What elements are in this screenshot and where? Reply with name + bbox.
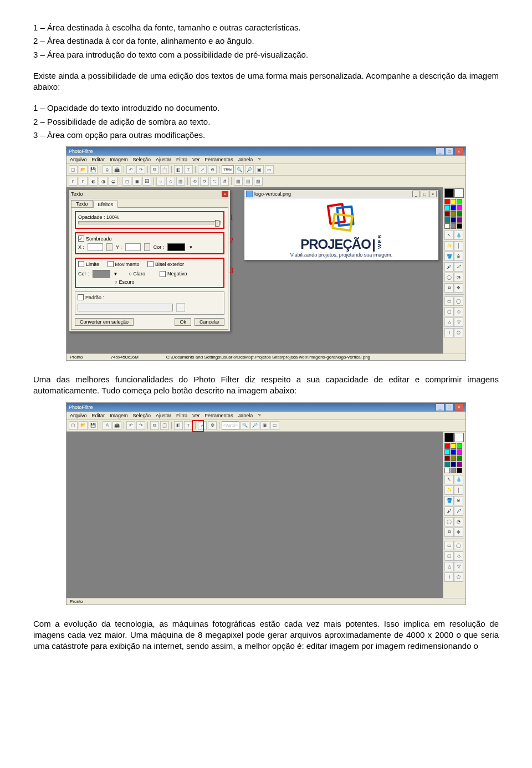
close-icon[interactable]: × — [454, 403, 463, 411]
menu-item[interactable]: Editar — [92, 157, 105, 162]
menu-item[interactable]: Imagem — [110, 413, 128, 418]
color-palette[interactable] — [444, 199, 464, 229]
automate-icon[interactable]: ⚙ — [208, 165, 217, 174]
maximize-icon[interactable]: □ — [421, 191, 428, 197]
y-input[interactable] — [125, 243, 141, 251]
redo-icon[interactable]: ↷ — [136, 165, 145, 174]
resize-icon[interactable]: ⤢ — [198, 165, 207, 174]
ellipse-sel-icon[interactable]: ◯ — [454, 541, 463, 550]
eyedropper-tool-icon[interactable]: 💧 — [454, 475, 463, 484]
sharpen-icon[interactable]: ◇ — [166, 177, 175, 186]
menu-item[interactable]: Janela — [238, 413, 253, 418]
menu-item[interactable]: Editar — [92, 413, 105, 418]
zoom-fit-icon[interactable]: ▣ — [260, 421, 269, 430]
border-color-swatch[interactable] — [93, 270, 110, 278]
eyedropper-tool-icon[interactable]: 💧 — [454, 231, 463, 240]
lasso-sel-icon[interactable]: ⌇ — [444, 572, 454, 582]
undo-icon[interactable]: ↶ — [126, 421, 135, 430]
polygon-sel-icon[interactable]: ⬠ — [454, 572, 463, 582]
menu-item[interactable]: Filtro — [176, 413, 187, 418]
fullscreen-icon[interactable]: ▭ — [270, 421, 279, 430]
x-input[interactable] — [88, 243, 103, 251]
menu-item[interactable]: Filtro — [176, 157, 187, 162]
claro-radio[interactable]: Claro — [133, 271, 145, 277]
triangle-sel-icon[interactable]: △ — [444, 318, 454, 327]
zoom-out-icon[interactable]: 🔎 — [250, 421, 259, 430]
line-tool-icon[interactable]: │ — [454, 241, 463, 250]
menu-item[interactable]: Janela — [238, 157, 253, 162]
save-icon[interactable]: 💾 — [89, 165, 98, 174]
roundrect-sel-icon[interactable]: ▢ — [444, 307, 454, 316]
advbrush-tool-icon[interactable]: 🖍 — [454, 262, 463, 272]
close-icon[interactable]: × — [454, 147, 463, 155]
copy-icon[interactable]: ⧉ — [150, 421, 159, 430]
lasso-sel-icon[interactable]: ⌇ — [444, 328, 454, 337]
shadow-color-swatch[interactable] — [167, 243, 185, 251]
menu-item[interactable]: ? — [258, 413, 260, 418]
close-icon[interactable]: × — [429, 191, 437, 197]
new-icon[interactable]: ▢ — [69, 421, 78, 430]
advbrush-tool-icon[interactable]: 🖍 — [454, 506, 463, 516]
ellipse-sel-icon[interactable]: ◯ — [454, 296, 463, 306]
rotate-right-icon[interactable]: ⟳ — [200, 177, 209, 186]
scan-icon[interactable]: 📠 — [112, 165, 121, 174]
fill-tool-icon[interactable]: 🪣 — [444, 252, 454, 261]
triangle2-sel-icon[interactable]: ▽ — [454, 318, 463, 327]
polygon-sel-icon[interactable]: ⬠ — [454, 328, 463, 337]
line-tool-icon[interactable]: │ — [454, 485, 463, 495]
fill-tool-icon[interactable]: 🪣 — [444, 496, 454, 505]
roundrect-sel-icon[interactable]: ▢ — [444, 551, 454, 561]
smudge-tool-icon[interactable]: ◔ — [454, 517, 463, 526]
menu-item[interactable]: ? — [258, 157, 260, 162]
contrast-icon[interactable]: ◑ — [99, 177, 108, 186]
scroll-tool-icon[interactable]: ✥ — [454, 528, 463, 537]
gray-icon[interactable]: ◻ — [122, 177, 131, 186]
smudge-tool-icon[interactable]: ◔ — [454, 273, 463, 282]
diamond-sel-icon[interactable]: ◇ — [454, 551, 463, 561]
rect-sel-icon[interactable]: ▭ — [444, 541, 454, 550]
padrao-checkbox[interactable]: Padrão : — [78, 294, 104, 300]
rotate-left-icon[interactable]: ⟲ — [190, 177, 199, 186]
menu-item[interactable]: Ferramentas — [205, 157, 233, 162]
maximize-icon[interactable]: □ — [445, 147, 454, 155]
rect-sel-icon[interactable]: ▭ — [444, 296, 454, 306]
adjust-icon[interactable]: Γ — [79, 177, 88, 186]
brush-tool-icon[interactable]: 🖌 — [444, 506, 454, 516]
menu-item[interactable]: Ajustar — [156, 413, 171, 418]
blur-tool-icon[interactable]: ◯ — [444, 517, 454, 526]
triangle2-sel-icon[interactable]: ▽ — [454, 562, 463, 571]
tab-texto[interactable]: Texto — [71, 200, 93, 207]
undo-icon[interactable]: ↶ — [126, 165, 135, 174]
open-icon[interactable]: 📂 — [79, 165, 88, 174]
zoom-combo[interactable]: <Auto> — [222, 421, 239, 430]
zoom-in-icon[interactable]: 🔍 — [235, 165, 244, 174]
scroll-tool-icon[interactable]: ✥ — [454, 283, 463, 293]
pointer-tool-icon[interactable]: ↖ — [444, 231, 454, 240]
x-spinner[interactable] — [106, 243, 112, 251]
menu-item[interactable]: Ferramentas — [205, 413, 233, 418]
diamond-sel-icon[interactable]: ◇ — [454, 307, 463, 316]
flip-v-icon[interactable]: ⇵ — [220, 177, 229, 186]
fg-color-swatch[interactable] — [444, 188, 454, 198]
paste-icon[interactable]: 📋 — [160, 165, 169, 174]
shadow-checkbox[interactable]: ✓Sombreado — [78, 235, 112, 242]
print-icon[interactable]: ⎙ — [103, 165, 111, 174]
maximize-icon[interactable]: □ — [445, 403, 454, 411]
paste-icon[interactable]: 📋 — [160, 421, 169, 430]
close-icon[interactable]: × — [222, 191, 228, 197]
cancel-button[interactable]: Cancelar — [195, 318, 224, 326]
y-spinner[interactable] — [144, 243, 150, 251]
print-icon[interactable]: ⎙ — [103, 421, 111, 430]
scan-icon[interactable]: 📠 — [112, 421, 121, 430]
blur-icon[interactable]: ○ — [156, 177, 165, 186]
flip-h-icon[interactable]: ⇋ — [210, 177, 219, 186]
redo-icon[interactable]: ↷ — [136, 421, 145, 430]
menu-item[interactable]: Arquivo — [70, 413, 87, 418]
spray-tool-icon[interactable]: ※ — [454, 252, 463, 261]
convert-selection-button[interactable]: Converter em seleção — [75, 318, 134, 326]
color-palette[interactable] — [444, 443, 464, 473]
open-icon[interactable]: 📂 — [79, 421, 88, 430]
levels-icon[interactable]: ◐ — [89, 177, 98, 186]
brush-tool-icon[interactable]: 🖌 — [444, 262, 454, 272]
fg-color-swatch[interactable] — [444, 433, 454, 442]
